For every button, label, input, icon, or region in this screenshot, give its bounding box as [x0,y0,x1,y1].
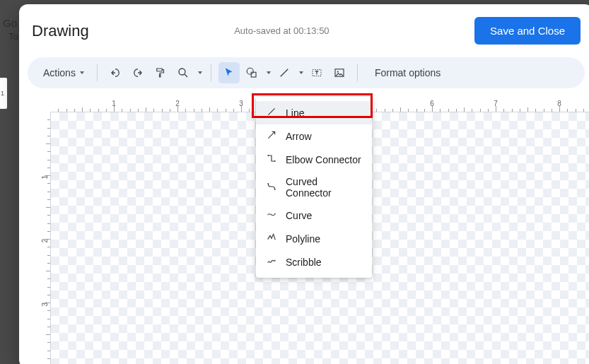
line-menu-item-line[interactable]: Line [256,101,372,124]
toolbar: Actions [28,57,585,88]
image-icon [333,66,346,79]
shape-icon [245,66,258,79]
caret-down-icon [80,71,84,74]
line-menu-item-polyline[interactable]: Polyline [256,227,372,250]
vertical-ruler: 123 [37,112,50,364]
line-menu-item-scribble[interactable]: Scribble [256,250,372,274]
actions-label: Actions [43,67,76,78]
line-dropdown[interactable] [296,71,305,74]
redo-button[interactable] [127,62,148,83]
format-options-button[interactable]: Format options [368,64,448,81]
ruler-label: 1 [112,100,116,107]
undo-button[interactable] [105,62,126,83]
line-tool-menu: LineArrowElbow ConnectorCurved Connector… [256,97,372,278]
separator [357,64,358,81]
curve-icon [266,209,277,222]
svg-point-9 [274,189,276,190]
caret-down-icon [198,71,202,74]
shape-dropdown[interactable] [264,71,272,74]
svg-point-1 [247,68,253,74]
line-menu-item-elbow[interactable]: Elbow Connector [256,148,372,171]
actions-menu-button[interactable]: Actions [37,64,90,81]
dialog-title: Drawing [32,22,89,40]
toolbar-container: Actions [28,57,585,88]
textbox-icon [310,66,323,79]
caret-down-icon [299,71,303,74]
ruler-label: 7 [494,100,498,107]
paint-format-button[interactable] [150,62,171,83]
obscured-menu-text: To [8,31,18,42]
save-and-close-button[interactable]: Save and Close [474,17,581,45]
svg-point-5 [337,71,339,72]
menu-item-label: Polyline [286,233,320,245]
ruler-label: 1 [42,175,49,180]
ruler-label: 2 [42,239,49,243]
line-menu-item-curved[interactable]: Curved Connector [256,171,372,204]
redo-icon [132,66,144,79]
zoom-icon [177,66,189,79]
app-background: Go To 1 Drawing Auto-saved at 00:13:50 S… [0,0,589,364]
menu-item-label: Scribble [286,257,322,268]
cursor-icon [223,66,235,79]
ruler-label: 3 [239,100,243,107]
select-tool-button[interactable] [218,62,240,83]
svg-point-7 [274,160,276,162]
svg-point-0 [179,69,185,75]
line-icon [278,66,291,79]
image-tool-button[interactable] [329,62,350,83]
separator [211,64,211,81]
line-icon [266,106,277,119]
page-number: 1 [0,78,7,109]
separator [97,64,98,81]
undo-icon [109,66,122,79]
menu-item-label: Arrow [286,131,312,142]
zoom-dropdown[interactable] [195,71,204,74]
line-menu-item-curve[interactable]: Curve [256,204,372,227]
autosave-status: Auto-saved at 00:13:50 [234,25,329,36]
obscured-app-text: Go [3,17,17,29]
menu-item-label: Line [286,107,304,119]
ruler-label: 8 [557,100,561,107]
caret-down-icon [267,71,271,74]
shape-tool-button[interactable] [241,62,262,83]
svg-rect-2 [251,72,256,77]
polyline-icon [266,232,277,245]
arrow-icon [266,129,277,143]
ruler-label: 2 [175,100,180,107]
dialog-header: Drawing Auto-saved at 00:13:50 Save and … [19,4,589,52]
svg-point-6 [267,155,269,156]
menu-item-label: Curve [286,210,312,221]
textbox-tool-button[interactable] [306,62,327,83]
curved-icon [266,181,277,194]
drawing-dialog: Drawing Auto-saved at 00:13:50 Save and … [19,4,589,364]
line-tool-button[interactable] [274,62,295,83]
elbow-icon [266,153,277,166]
paint-roller-icon [154,66,167,79]
scribble-icon [266,255,277,269]
menu-item-label: Curved Connector [286,176,362,199]
ruler-label: 3 [42,303,49,307]
menu-item-label: Elbow Connector [286,154,361,165]
ruler-label: 6 [430,100,434,107]
svg-point-8 [267,183,269,184]
line-menu-item-arrow[interactable]: Arrow [256,124,372,148]
zoom-button[interactable] [173,62,194,83]
